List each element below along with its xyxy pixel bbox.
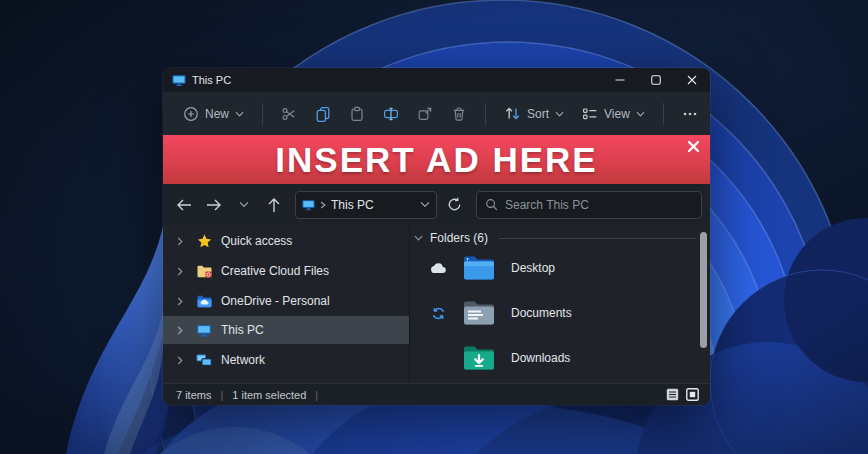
ad-banner[interactable]: INSERT AD HERE xyxy=(163,135,710,184)
toolbar-divider xyxy=(663,103,664,125)
onedrive-folder-icon xyxy=(195,295,213,308)
folders-group-header[interactable]: Folders (6) xyxy=(414,229,696,247)
search-input[interactable] xyxy=(505,198,693,212)
chevron-right-icon[interactable] xyxy=(173,267,187,276)
chevron-down-icon[interactable] xyxy=(420,201,430,208)
folder-item-desktop[interactable]: Desktop xyxy=(430,251,555,285)
selection-count: 1 item selected xyxy=(232,389,306,401)
star-icon xyxy=(195,234,213,248)
folder-view-pane: Folders (6) Desktop xyxy=(410,225,710,383)
maximize-icon xyxy=(651,75,661,85)
folder-name: Downloads xyxy=(511,351,570,365)
address-bar: This PC xyxy=(163,184,710,225)
documents-folder-icon xyxy=(462,299,496,327)
sort-button[interactable]: Sort xyxy=(496,100,572,127)
copy-button[interactable] xyxy=(307,100,339,128)
chevron-down-icon[interactable] xyxy=(414,235,423,241)
arrow-left-icon xyxy=(176,198,192,212)
sidebar-item-label: Creative Cloud Files xyxy=(221,264,329,278)
arrow-right-icon xyxy=(206,198,222,212)
toolbar-divider xyxy=(262,103,263,125)
chevron-down-icon xyxy=(636,111,645,117)
sync-icon xyxy=(430,306,447,321)
close-icon xyxy=(687,75,697,85)
share-icon xyxy=(417,106,433,122)
sidebar-item-network[interactable]: Network xyxy=(163,346,409,374)
new-label: New xyxy=(205,107,229,121)
ad-banner-text: INSERT AD HERE xyxy=(275,140,597,180)
search-icon xyxy=(485,198,498,211)
status-separator: | xyxy=(315,389,318,401)
vertical-scrollbar[interactable] xyxy=(700,232,707,348)
folder-item-documents[interactable]: Documents xyxy=(430,296,572,330)
large-icons-view-icon xyxy=(686,388,699,401)
sidebar-item-label: Quick access xyxy=(221,234,292,248)
address-input-box[interactable]: This PC xyxy=(295,191,437,219)
monitor-icon xyxy=(195,324,213,337)
refresh-button[interactable] xyxy=(440,191,468,219)
sidebar-item-onedrive-personal[interactable]: OneDrive - Personal xyxy=(163,287,409,315)
items-count: 7 items xyxy=(176,389,211,401)
network-icon xyxy=(195,354,213,367)
refresh-icon xyxy=(447,197,462,212)
breadcrumb[interactable]: This PC xyxy=(331,198,374,212)
view-label: View xyxy=(604,107,630,121)
downloads-folder-icon xyxy=(462,344,496,372)
window-title: This PC xyxy=(192,74,231,86)
file-explorer-window: This PC xyxy=(163,68,710,405)
paste-button[interactable] xyxy=(341,100,373,128)
chevron-right-icon[interactable] xyxy=(173,297,187,306)
folder-name: Desktop xyxy=(511,261,555,275)
chevron-down-icon xyxy=(239,201,249,208)
list-view-button[interactable] xyxy=(665,387,680,402)
view-button[interactable]: View xyxy=(574,101,653,127)
up-button[interactable] xyxy=(259,190,289,220)
view-options-icon xyxy=(582,107,598,121)
sidebar-item-this-pc[interactable]: This PC xyxy=(163,316,409,344)
sidebar-item-quick-access[interactable]: Quick access xyxy=(163,227,409,255)
status-bar: 7 items | 1 item selected | xyxy=(163,383,710,405)
sidebar-item-label: This PC xyxy=(221,323,264,337)
this-pc-monitor-icon xyxy=(172,74,186,87)
sidebar-item-label: OneDrive - Personal xyxy=(221,294,330,308)
sidebar-item-creative-cloud-files[interactable]: Creative Cloud Files xyxy=(163,257,409,285)
folder-item-downloads[interactable]: Downloads xyxy=(430,341,570,375)
share-button[interactable] xyxy=(409,100,441,128)
new-button[interactable]: New xyxy=(175,100,252,128)
forward-button[interactable] xyxy=(199,190,229,220)
toolbar-divider xyxy=(485,103,486,125)
list-view-icon xyxy=(666,388,679,401)
cut-button[interactable] xyxy=(273,100,305,128)
folder-name: Documents xyxy=(511,306,572,320)
cloud-icon xyxy=(430,263,447,274)
navigation-pane: Quick access Creative Cloud Files xyxy=(163,225,410,383)
minimize-button[interactable] xyxy=(602,68,638,92)
minimize-icon xyxy=(615,75,625,85)
sort-label: Sort xyxy=(527,107,549,121)
large-icons-view-button[interactable] xyxy=(685,387,700,402)
recent-locations-button[interactable] xyxy=(229,190,259,220)
plus-circle-icon xyxy=(183,106,199,122)
rename-icon xyxy=(383,106,399,122)
command-toolbar: New xyxy=(163,92,710,135)
group-header-rule xyxy=(499,238,696,239)
desktop-folder-icon xyxy=(462,254,496,282)
chevron-right-icon[interactable] xyxy=(173,356,187,365)
status-separator: | xyxy=(220,389,223,401)
chevron-right-icon[interactable] xyxy=(173,237,187,246)
content-area: Quick access Creative Cloud Files xyxy=(163,225,710,383)
chevron-right-icon[interactable] xyxy=(173,326,187,335)
search-box[interactable] xyxy=(476,191,702,219)
trash-icon xyxy=(451,106,467,122)
clipboard-icon xyxy=(349,106,365,122)
ad-close-button[interactable] xyxy=(685,138,702,155)
group-header-label: Folders (6) xyxy=(430,231,488,245)
back-button[interactable] xyxy=(169,190,199,220)
more-options-button[interactable] xyxy=(674,100,706,128)
rename-button[interactable] xyxy=(375,100,407,128)
maximize-button[interactable] xyxy=(638,68,674,92)
title-bar[interactable]: This PC xyxy=(163,68,710,92)
delete-button[interactable] xyxy=(443,100,475,128)
copy-icon xyxy=(315,106,331,122)
close-button[interactable] xyxy=(674,68,710,92)
